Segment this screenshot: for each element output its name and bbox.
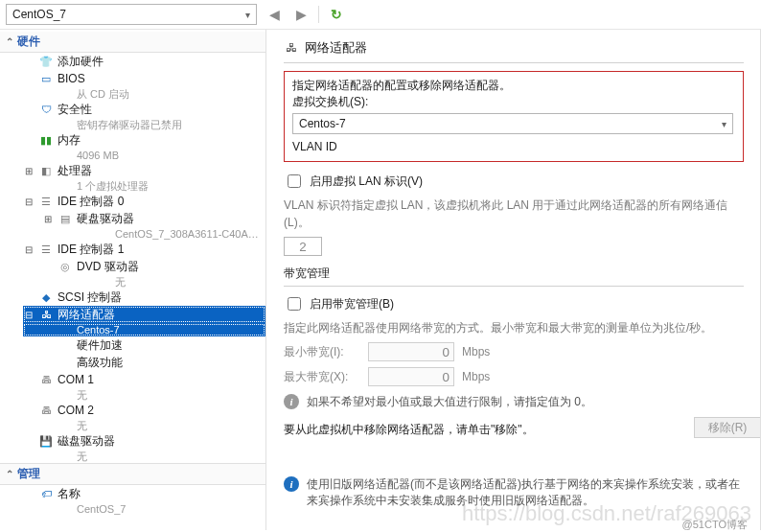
section-hardware[interactable]: ⌃ 硬件: [0, 32, 265, 53]
bandwidth-header: 带宽管理: [284, 266, 744, 282]
tree-name[interactable]: 🏷 名称: [23, 485, 265, 502]
tree-floppy[interactable]: 💾 磁盘驱动器: [23, 432, 265, 450]
chevron-down-icon: ▾: [245, 10, 250, 20]
info-icon: i: [284, 476, 299, 492]
tree-com2[interactable]: 🖷 COM 2: [23, 402, 265, 419]
tree-memory[interactable]: ▮▮ 内存: [23, 131, 265, 149]
tree-sub: Centos-7: [23, 323, 265, 336]
tree-ide0[interactable]: ⊟ ☰ IDE 控制器 0: [23, 193, 265, 210]
bw-info-text: 如果不希望对最小值或最大值进行限制，请指定值为 0。: [307, 394, 592, 410]
tree-scsi[interactable]: ◆ SCSI 控制器: [23, 289, 265, 306]
bw-help: 指定此网络适配器使用网络带宽的方式。最小带宽和最大带宽的测量单位为兆位/秒。: [284, 319, 744, 336]
divider: [284, 286, 744, 287]
max-bandwidth-row: 最大带宽(X): Mbps: [284, 367, 744, 386]
tree-bios[interactable]: ▭ BIOS: [23, 70, 265, 87]
legacy-info-text: 使用旧版网络适配器(而不是该网络适配器)执行基于网络的来宾操作系统安装，或者在来…: [307, 476, 744, 509]
vswitch-select[interactable]: Centos-7 ▾: [292, 113, 733, 134]
com-port-icon: 🖷: [38, 372, 54, 387]
tree-sub: CentOS_7: [23, 502, 265, 516]
controller-icon: ☰: [38, 242, 54, 257]
bios-icon: ▭: [38, 71, 54, 86]
remove-button[interactable]: 移除(R): [694, 417, 761, 438]
collapse-icon[interactable]: ⊟: [23, 197, 35, 207]
bw-checkbox-label: 启用带宽管理(B): [310, 296, 394, 312]
tree-label: 处理器: [58, 163, 92, 179]
tree-add-hardware[interactable]: 👕 添加硬件: [23, 53, 265, 70]
tree-sub: 密钥存储驱动器已禁用: [23, 118, 265, 131]
tree-label: DVD 驱动器: [77, 259, 139, 275]
tree-label: COM 1: [58, 373, 94, 386]
memory-icon: ▮▮: [38, 132, 54, 148]
vm-selector[interactable]: CentOS_7 ▾: [6, 4, 257, 25]
tree-sub: 无: [42, 275, 265, 289]
watermark-small: @51CTO博客: [682, 518, 748, 532]
shield-icon: 🛡: [38, 102, 54, 117]
collapse-icon: ⌃: [6, 36, 13, 47]
tree-sub: 无: [23, 450, 265, 463]
tree-label: 硬盘驱动器: [77, 211, 134, 227]
network-icon: 🖧: [38, 307, 54, 322]
vlan-help: VLAN 标识符指定虚拟 LAN，该虚拟机将此 LAN 用于通过此网络适配器的所…: [284, 197, 744, 231]
bw-info-row: i 如果不希望对最小值或最大值进行限制，请指定值为 0。: [284, 394, 744, 410]
tree-hdd[interactable]: ⊞ ▤ 硬盘驱动器: [42, 210, 265, 227]
max-bw-label: 最大带宽(X):: [284, 369, 360, 385]
tree-label: 硬件加速: [77, 337, 123, 354]
section-hardware-label: 硬件: [17, 34, 40, 50]
next-icon[interactable]: ▶: [291, 5, 311, 24]
tree-label: 高级功能: [77, 355, 123, 371]
vlan-checkbox-label: 启用虚拟 LAN 标识(V): [310, 173, 423, 190]
vlan-id-input[interactable]: [284, 237, 322, 256]
tree-label: 添加硬件: [58, 54, 104, 70]
vm-selector-value: CentOS_7: [12, 8, 66, 21]
unit-label: Mbps: [462, 370, 490, 383]
tree-advanced[interactable]: 高级功能: [42, 354, 265, 371]
tree-label: IDE 控制器 1: [58, 242, 124, 258]
tree-sub: 无: [23, 388, 265, 402]
section-management-label: 管理: [17, 466, 40, 482]
unit-label: Mbps: [462, 345, 490, 359]
divider: [284, 62, 744, 63]
vswitch-value: Centos-7: [299, 117, 346, 130]
tree-security[interactable]: 🛡 安全性: [23, 101, 265, 118]
tree-label: BIOS: [58, 72, 85, 85]
section-management[interactable]: ⌃ 管理: [0, 463, 265, 485]
tree-label: IDE 控制器 0: [58, 194, 124, 210]
separator: [318, 6, 319, 23]
tree-cpu[interactable]: ⊞ ◧ 处理器: [23, 162, 265, 179]
collapse-icon[interactable]: ⊟: [23, 310, 35, 320]
tree-dvd[interactable]: ◎ DVD 驱动器: [42, 258, 265, 275]
floppy-icon: 💾: [38, 433, 54, 449]
min-bw-label: 最小带宽(I):: [284, 344, 360, 360]
tree-ide1[interactable]: ⊟ ☰ IDE 控制器 1: [23, 241, 265, 258]
tree-label: 网络适配器: [58, 307, 115, 323]
tree-label: 内存: [58, 132, 81, 149]
collapse-icon[interactable]: ⊟: [23, 244, 35, 255]
network-icon: 🖧: [284, 40, 299, 56]
vlan-enable-checkbox[interactable]: [288, 174, 301, 188]
bw-enable-checkbox[interactable]: [288, 297, 301, 311]
highlighted-region: 指定网络适配器的配置或移除网络适配器。 虚拟交换机(S): Centos-7 ▾…: [284, 71, 744, 162]
remove-button-label: 移除(R): [708, 420, 748, 436]
tree-hw-accel[interactable]: 硬件加速: [42, 336, 265, 354]
tree-sub: 无: [23, 419, 265, 432]
tree-com1[interactable]: 🖷 COM 1: [23, 371, 265, 388]
tree-label: 安全性: [58, 102, 92, 118]
tree-sub: 4096 MB: [23, 149, 265, 162]
tree-label: 磁盘驱动器: [58, 433, 115, 450]
vlan-checkbox-row: 启用虚拟 LAN 标识(V): [284, 172, 744, 191]
tree-sub: 1 个虚拟处理器: [23, 179, 265, 193]
expand-icon[interactable]: ⊞: [23, 166, 35, 176]
expand-icon[interactable]: ⊞: [42, 214, 54, 224]
panel-description: 指定网络适配器的配置或移除网络适配器。: [292, 78, 735, 94]
refresh-icon[interactable]: ↻: [327, 5, 346, 24]
prev-icon[interactable]: ◀: [265, 5, 284, 24]
tree-sub: CentOS_7_308A3611-C40A-47C4-...: [42, 227, 265, 241]
max-bw-input[interactable]: [368, 367, 454, 386]
tree-label: SCSI 控制器: [58, 289, 122, 306]
legacy-info-row: i 使用旧版网络适配器(而不是该网络适配器)执行基于网络的来宾操作系统安装，或者…: [284, 476, 744, 509]
min-bandwidth-row: 最小带宽(I): Mbps: [284, 342, 744, 361]
min-bw-input[interactable]: [368, 342, 454, 361]
details-panel: 🖧 网络适配器 指定网络适配器的配置或移除网络适配器。 虚拟交换机(S): Ce…: [266, 30, 761, 530]
tree-network-adapter[interactable]: ⊟ 🖧 网络适配器: [23, 306, 265, 323]
com-port-icon: 🖷: [38, 403, 54, 418]
